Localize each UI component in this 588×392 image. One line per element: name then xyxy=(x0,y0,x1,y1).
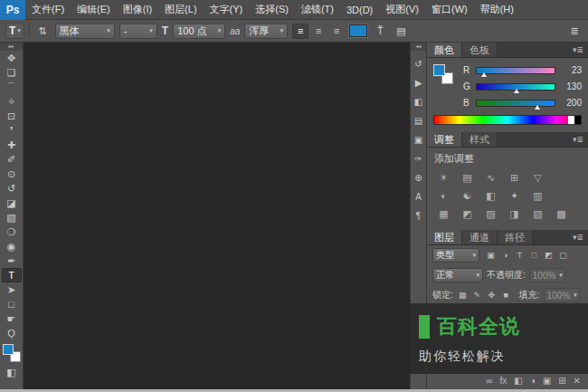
text-color-swatch[interactable] xyxy=(349,24,367,37)
layer-filter-select[interactable]: 类型 ▾ xyxy=(432,248,479,263)
quick-selection-tool[interactable]: ✧ xyxy=(2,94,22,109)
black-white-icon[interactable]: ◧ xyxy=(481,188,500,203)
filter-type-icon[interactable]: T xyxy=(514,250,526,262)
menu-type[interactable]: 文字(Y) xyxy=(204,0,250,19)
filter-toggle-icon[interactable]: ▢ xyxy=(557,250,569,262)
menu-image[interactable]: 图像(I) xyxy=(117,0,158,19)
hand-tool[interactable]: ☛ xyxy=(2,311,22,326)
opacity-select[interactable]: 100% ▾ xyxy=(529,268,565,282)
align-right-icon[interactable]: ≡ xyxy=(328,24,345,39)
history-brush-tool[interactable]: ↺ xyxy=(2,181,22,196)
delete-layer-icon[interactable]: ✕ xyxy=(574,376,581,386)
eraser-tool[interactable]: ◪ xyxy=(2,196,22,210)
fill-select[interactable]: 100% ▾ xyxy=(544,288,580,302)
tab-channels[interactable]: 通道 xyxy=(462,230,498,244)
tool-preset-picker[interactable]: T ▾ xyxy=(5,23,24,39)
menu-filter[interactable]: 滤镜(T) xyxy=(295,0,340,19)
shape-tool[interactable]: □ xyxy=(2,297,22,311)
menu-help[interactable]: 帮助(H) xyxy=(474,0,520,19)
filter-shape-icon[interactable]: □ xyxy=(528,250,540,262)
invert-icon[interactable]: ◩ xyxy=(458,206,477,221)
photo-filter-icon[interactable]: ✦ xyxy=(505,188,524,203)
filter-smart-icon[interactable]: ◩ xyxy=(543,250,555,262)
filter-adjustment-icon[interactable]: ◑ xyxy=(499,250,511,262)
exposure-icon[interactable]: ⊞ xyxy=(505,170,524,185)
blue-slider[interactable]: B 200 xyxy=(463,98,582,108)
blue-slider-track[interactable] xyxy=(476,100,555,107)
slider-thumb[interactable] xyxy=(514,89,519,93)
menu-window[interactable]: 窗口(W) xyxy=(425,0,474,19)
dodge-tool[interactable]: ◉ xyxy=(2,239,22,253)
zoom-tool[interactable]: Ǫ xyxy=(2,326,22,340)
text-orientation-icon[interactable]: ⇅ xyxy=(34,24,51,39)
tab-paths[interactable]: 路径 xyxy=(498,230,533,244)
blend-mode-select[interactable]: 正常 ▾ xyxy=(432,268,483,282)
healing-brush-tool[interactable]: ✚ xyxy=(2,138,22,152)
red-slider[interactable]: R 23 xyxy=(463,65,582,75)
eyedropper-tool[interactable]: ❜ xyxy=(2,123,22,138)
color-lookup-icon[interactable]: ▦ xyxy=(434,206,453,221)
gradient-tool[interactable]: ▧ xyxy=(2,210,22,225)
tab-color[interactable]: 颜色 xyxy=(427,43,462,57)
path-selection-tool[interactable]: ➤ xyxy=(2,282,22,297)
slider-thumb[interactable] xyxy=(535,105,540,110)
font-style-select[interactable]: - ▾ xyxy=(119,24,157,39)
lock-pixels-icon[interactable]: ✎ xyxy=(471,290,483,301)
filter-pixel-icon[interactable]: ▣ xyxy=(485,250,497,262)
layer-mask-icon[interactable]: ◧ xyxy=(514,376,522,386)
posterize-icon[interactable]: ▨ xyxy=(481,206,500,221)
tab-swatches[interactable]: 色板 xyxy=(462,43,498,57)
adjustment-layer-icon[interactable]: ◑ xyxy=(530,376,536,386)
menu-view[interactable]: 视图(V) xyxy=(379,0,425,19)
layer-effects-icon[interactable]: fx xyxy=(499,376,507,386)
workspace-icon[interactable]: ≣ xyxy=(566,24,583,39)
lock-transparent-icon[interactable]: ▦ xyxy=(457,290,469,301)
brightness-contrast-icon[interactable]: ☀ xyxy=(434,170,453,185)
color-balance-icon[interactable]: ☯ xyxy=(458,188,477,203)
vibrance-icon[interactable]: ▽ xyxy=(528,170,547,185)
anti-alias-select[interactable]: 浑厚 ▾ xyxy=(244,24,288,39)
clone-stamp-tool[interactable]: ⊙ xyxy=(2,167,22,181)
lock-all-icon[interactable]: ■ xyxy=(500,290,512,301)
color-spectrum-ramp[interactable] xyxy=(433,115,582,125)
tab-layers[interactable]: 图层 xyxy=(427,230,462,244)
layer-group-icon[interactable]: ▣ xyxy=(543,376,551,386)
selective-color-icon[interactable]: ▩ xyxy=(552,206,571,221)
character-icon[interactable]: A xyxy=(412,191,425,203)
foreground-color[interactable] xyxy=(3,344,14,355)
quick-mask-icon[interactable]: ◧ xyxy=(2,365,22,379)
font-size-select[interactable]: 100 点 ▾ xyxy=(173,24,225,39)
font-family-select[interactable]: 黑体 ▾ xyxy=(55,24,115,39)
blur-tool[interactable]: ❍ xyxy=(2,225,22,239)
curves-icon[interactable]: ∿ xyxy=(481,170,500,185)
new-layer-icon[interactable]: ⊞ xyxy=(558,376,565,386)
slider-thumb[interactable] xyxy=(481,72,487,77)
toolbar-collapse-icon[interactable]: ▸▸ xyxy=(0,43,23,51)
pen-tool[interactable]: ✒ xyxy=(2,253,22,268)
green-slider[interactable]: G 130 xyxy=(463,81,582,91)
tool-presets-icon[interactable]: ▤ xyxy=(412,115,425,127)
lock-position-icon[interactable]: ✥ xyxy=(486,290,498,301)
menu-select[interactable]: 选择(S) xyxy=(249,0,295,19)
marquee-tool[interactable]: ❏ xyxy=(2,65,22,80)
menu-file[interactable]: 文件(F) xyxy=(25,0,71,19)
fg-bg-swatch[interactable] xyxy=(433,64,457,91)
lasso-tool[interactable]: ⌒ xyxy=(2,80,22,94)
panel-menu-icon[interactable]: ▾≣ xyxy=(573,45,588,57)
align-center-icon[interactable]: ≡ xyxy=(310,24,327,39)
levels-icon[interactable]: ▤ xyxy=(458,170,477,185)
move-tool[interactable]: ✥ xyxy=(2,51,22,65)
canvas[interactable] xyxy=(24,43,410,389)
mini-bridge-icon[interactable]: ▣ xyxy=(412,134,425,146)
warp-text-icon[interactable]: T̃ xyxy=(372,24,388,39)
panel-menu-icon[interactable]: ▾≣ xyxy=(573,135,588,147)
foreground-background-swatch[interactable] xyxy=(3,344,21,362)
panel-menu-icon[interactable]: ▾≣ xyxy=(573,233,588,244)
hue-saturation-icon[interactable]: ◐ xyxy=(434,188,453,203)
paragraph-icon[interactable]: ¶ xyxy=(412,210,425,222)
gradient-map-icon[interactable]: ▧ xyxy=(528,206,547,221)
clone-source-icon[interactable]: ⊕ xyxy=(412,172,425,184)
brush-tool[interactable]: ✐ xyxy=(2,152,22,167)
tab-styles[interactable]: 样式 xyxy=(462,132,498,147)
expand-dock-icon[interactable]: ◂◂ xyxy=(411,43,426,51)
